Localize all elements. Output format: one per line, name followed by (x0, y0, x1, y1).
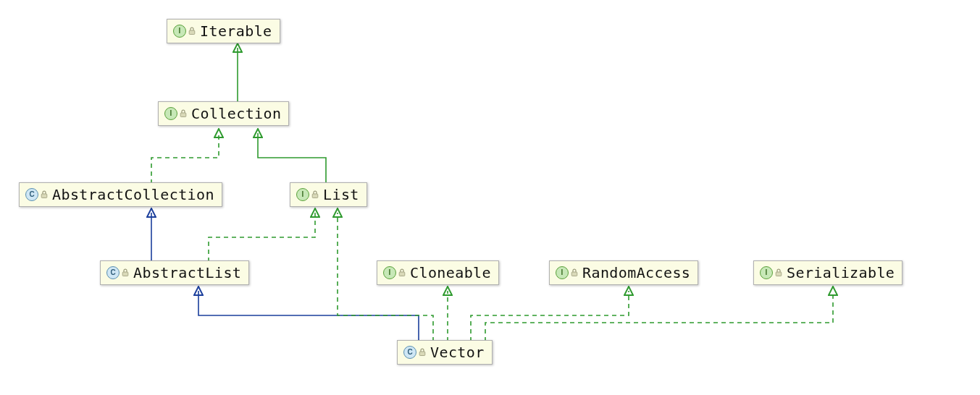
node-iterable[interactable]: I Iterable (167, 19, 280, 43)
node-label: Iterable (200, 22, 272, 40)
interface-icon: I (296, 188, 309, 201)
lock-icon (571, 268, 578, 277)
edge-vector-abstractlist (198, 291, 419, 341)
node-abstract-collection[interactable]: C AbstractCollection (19, 182, 222, 207)
class-icon: C (106, 266, 120, 279)
lock-icon (311, 190, 319, 199)
lock-icon (180, 109, 187, 118)
svg-rect-2 (41, 194, 47, 198)
interface-icon: I (556, 266, 569, 279)
svg-rect-1 (180, 113, 186, 117)
node-random-access[interactable]: I RandomAccess (549, 260, 698, 285)
edge-list-collection (258, 133, 326, 184)
node-label: Collection (191, 105, 281, 122)
lock-icon (419, 348, 426, 357)
node-list[interactable]: I List (290, 182, 367, 207)
edge-vector-randomaccess (471, 291, 629, 341)
node-label: AbstractList (133, 264, 241, 281)
lock-icon (775, 268, 782, 277)
interface-icon: I (164, 107, 177, 120)
svg-rect-3 (312, 194, 318, 198)
lock-icon (188, 27, 196, 35)
lock-icon (398, 268, 406, 277)
node-label: List (323, 186, 359, 203)
edge-abstractcollection-collection (151, 133, 219, 184)
svg-rect-4 (122, 272, 128, 276)
node-abstract-list[interactable]: C AbstractList (100, 260, 249, 285)
svg-rect-8 (419, 352, 425, 356)
node-label: Vector (430, 344, 485, 361)
lock-icon (41, 190, 48, 199)
edge-vector-serializable (485, 291, 833, 341)
svg-rect-7 (776, 272, 782, 276)
node-label: RandomAccess (582, 264, 690, 281)
node-label: Cloneable (410, 264, 491, 281)
node-serializable[interactable]: I Serializable (753, 260, 902, 285)
interface-icon: I (383, 266, 396, 279)
class-icon: C (25, 188, 38, 201)
node-label: Serializable (787, 264, 895, 281)
node-vector[interactable]: C Vector (397, 340, 493, 365)
node-cloneable[interactable]: I Cloneable (377, 260, 499, 285)
svg-rect-5 (399, 272, 405, 276)
svg-rect-0 (189, 30, 195, 35)
node-collection[interactable]: I Collection (158, 101, 289, 126)
lock-icon (122, 268, 129, 277)
interface-icon: I (173, 25, 186, 38)
interface-icon: I (760, 266, 773, 279)
edge-abstractlist-list (209, 213, 315, 262)
class-icon: C (403, 346, 416, 359)
svg-rect-6 (571, 272, 577, 276)
node-label: AbstractCollection (52, 186, 214, 203)
